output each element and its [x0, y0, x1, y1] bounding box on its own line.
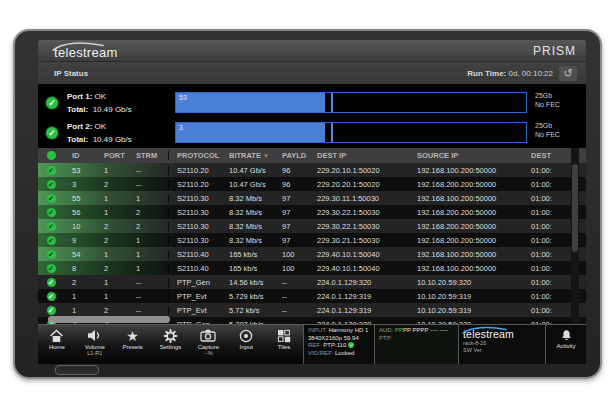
header-port[interactable]: PORT [96, 151, 128, 160]
cell-strm: -- [128, 180, 168, 189]
table-row[interactable]: ✓12--PTP_Evt5.72 kb/s--224.0.1.129:31910… [38, 303, 586, 317]
aud-channels: PP PPPP ---- ---- [403, 327, 448, 333]
cell-payld: -- [274, 320, 309, 325]
header-bitrate[interactable]: BITRATE▼ [221, 151, 274, 160]
table-row[interactable]: ✓5411S2110.40165 kb/s100229.40.10.1:5004… [38, 247, 586, 261]
input-info-panel[interactable]: INPUT: Harmony HD 1 3840X2160p 59.94 REF… [303, 325, 374, 364]
cell-port: 2 [96, 180, 128, 189]
table-row[interactable]: ✓11--PTP_Evt5.729 kb/s--224.0.1.129:3191… [38, 289, 586, 303]
bottom-toolbar: Home Volume L1-R1 ★ Presets Settings [38, 324, 586, 364]
table-row[interactable]: ✓821S2110.40165 kb/s100229.40.10.1:50040… [38, 261, 586, 275]
cell-bitrate: 165 kb/s [221, 264, 274, 273]
row-status-cell: ✓ [38, 250, 64, 259]
cell-id: 3 [64, 180, 96, 189]
logo-swoosh-icon [462, 326, 508, 334]
cell-source-ip: 192.168.100.200:50000 [409, 264, 523, 273]
telestream-logo: telestream [54, 43, 118, 59]
table-row[interactable]: ✓32--S2110.2010.47 Gb/s96229.20.20.1:500… [38, 177, 586, 191]
port-1-status: ✓ Port 1: OK Total: 10.49 Gb/s 53 25Gb N… [38, 88, 586, 118]
status-ok-icon: ✓ [47, 222, 56, 231]
gear-icon [163, 329, 178, 343]
cell-protocol: S2110.20 [168, 180, 221, 189]
row-status-cell: ✓ [38, 292, 64, 301]
refresh-button[interactable]: ↺ [559, 66, 577, 81]
port-2-status: ✓ Port 2: OK Total: 10.49 Gb/s 3 25Gb No… [38, 118, 586, 148]
header-bitrate-label: BITRATE [229, 151, 261, 160]
toolbar-label: Home [49, 344, 65, 350]
cell-protocol: S2110.30 [168, 236, 221, 245]
port-total-label: Total: [67, 105, 88, 114]
star-icon: ★ [126, 329, 139, 343]
cell-dest-ip: 224.0.1.129:320 [309, 320, 409, 325]
prism-device-bezel: telestream PRISM IP Status Run Time: 0d,… [13, 29, 602, 379]
toolbar-home-button[interactable]: Home [38, 325, 76, 364]
activity-button[interactable]: Activity [545, 325, 586, 364]
toolbar-input-button[interactable]: Input [227, 325, 265, 364]
cell-dest-ip: 229.30.22.1:50030 [309, 208, 409, 217]
header-id[interactable]: ID [64, 151, 96, 160]
header-dest-ip[interactable]: DEST IP [309, 151, 409, 160]
audio-ptp-panel[interactable]: AUD: PPPP PPPP ---- ---- PTP: [374, 325, 458, 364]
run-time-value: 0d, 00:10:22 [509, 69, 553, 78]
port-total-value: 10.49 Gb/s [93, 105, 132, 114]
cell-protocol: S2110.40 [168, 264, 221, 273]
port-bar: 53 [175, 92, 527, 113]
table-row[interactable]: ✓5511S2110.308.32 Mb/s97229.30.11.1:5003… [38, 191, 586, 205]
table-row[interactable]: ✓21--PTP_Gen14.56 kb/s--224.0.1.129:3201… [38, 275, 586, 289]
port-link-info: 25Gb No FEC [535, 121, 560, 139]
header-strm[interactable]: STRM [128, 151, 168, 160]
table-row[interactable]: ✓531--S2110.2010.47 Gb/s96229.20.10.1:50… [38, 163, 586, 177]
port-total-value: 10.49 Gb/s [93, 135, 132, 144]
header-payld[interactable]: PAYLD [274, 151, 309, 160]
cell-protocol: PTP_Evt [168, 292, 221, 301]
toolbar-label: Tiles [278, 344, 290, 350]
cell-strm: -- [128, 292, 168, 301]
vertical-scrollbar[interactable] [571, 148, 579, 324]
toolbar-sublabel: L1-R1 [87, 350, 102, 356]
aud-present-channels: PP [395, 327, 403, 333]
row-status-cell: ✓ [38, 180, 64, 189]
header-source-ip[interactable]: SOURCE IP [409, 151, 523, 160]
port-name: Port 2: [67, 122, 92, 131]
cell-payld: 100 [274, 250, 309, 259]
horizontal-scrollbar-thumb[interactable] [48, 316, 170, 323]
run-time-label: Run Time: [467, 69, 506, 78]
toolbar-settings-button[interactable]: Settings [152, 325, 190, 364]
row-status-cell: ✓ [38, 236, 64, 245]
toolbar-volume-button[interactable]: Volume L1-R1 [76, 325, 114, 364]
toolbar-tiles-button[interactable]: Tiles [265, 325, 303, 364]
sw-version-label: SW Ver: [463, 347, 545, 354]
cell-id: 55 [64, 194, 96, 203]
table-row[interactable]: ✓1022S2110.308.32 Mb/s97229.30.22.1:5003… [38, 219, 586, 233]
port-ok-icon: ✓ [46, 127, 58, 139]
sort-desc-icon: ▼ [263, 153, 269, 159]
toolbar-label: Presets [122, 344, 142, 350]
cell-source-ip: 192.168.100.200:50000 [409, 166, 523, 175]
input-label: INPUT: [308, 327, 327, 333]
vidref-value: Locked [335, 350, 354, 356]
volume-icon [87, 329, 102, 342]
telestream-logo-small: telestream [463, 329, 545, 340]
logo-swoosh-icon [52, 41, 106, 51]
cell-strm: 1 [128, 264, 168, 273]
cell-protocol: PTP_Gen [168, 320, 221, 325]
cell-strm: 1 [128, 236, 168, 245]
cell-id: 54 [64, 250, 96, 259]
port-total-label: Total: [67, 135, 88, 144]
table-row[interactable]: ✓5612S2110.308.32 Mb/s97229.30.22.1:5003… [38, 205, 586, 219]
cell-source-ip: 192.168.200.200:50000 [409, 208, 523, 217]
cell-payld: 96 [274, 180, 309, 189]
header-protocol[interactable]: PROTOCOL [168, 151, 221, 160]
status-ok-icon: ✓ [47, 264, 56, 273]
port-link-info: 25Gb No FEC [535, 91, 560, 109]
cell-port: 2 [96, 236, 128, 245]
page-title: IP Status [54, 69, 88, 78]
toolbar-presets-button[interactable]: ★ Presets [114, 325, 152, 364]
vertical-scrollbar-thumb[interactable] [572, 164, 578, 252]
table-row[interactable]: ✓921S2110.308.32 Mb/s97229.30.21.1:50030… [38, 233, 586, 247]
cell-dest-ip: 229.20.10.1:50020 [309, 166, 409, 175]
cell-port: 2 [96, 264, 128, 273]
device-power-button[interactable] [55, 365, 99, 375]
content-area: ✓ Port 1: OK Total: 10.49 Gb/s 53 25Gb N… [38, 84, 586, 324]
toolbar-capture-button[interactable]: Capture --% [189, 325, 227, 364]
